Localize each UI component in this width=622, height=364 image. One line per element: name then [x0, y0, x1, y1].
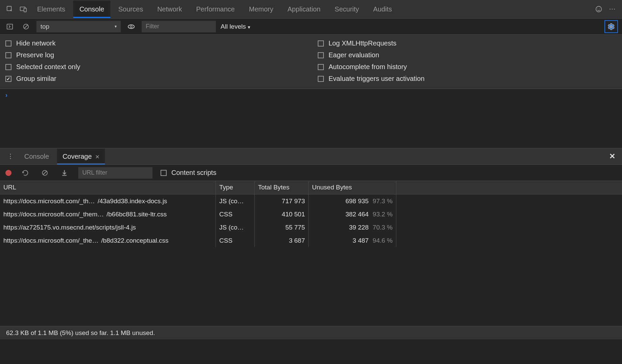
svg-point-7 [612, 9, 613, 10]
cell-unused: 3 48794.6 % [309, 234, 396, 247]
setting-log-xhr[interactable]: Log XMLHttpRequests [318, 39, 617, 47]
execution-context-selector[interactable]: top [36, 21, 121, 32]
cell-bar [396, 234, 622, 247]
col-visualization[interactable] [396, 181, 622, 194]
table-row[interactable]: https://docs.microsoft.com/_them…/b66bc8… [0, 208, 622, 221]
tab-network[interactable]: Network [151, 1, 188, 18]
feedback-smiley-icon[interactable] [593, 3, 604, 15]
cell-unused: 382 46493.2 % [309, 208, 396, 221]
tab-application[interactable]: Application [281, 1, 327, 18]
tab-memory[interactable]: Memory [243, 1, 279, 18]
record-button[interactable] [5, 170, 11, 176]
close-tab-icon[interactable]: ✕ [95, 154, 100, 160]
drawer-more-icon[interactable] [5, 151, 16, 162]
table-header: URL Type Total Bytes Unused Bytes [0, 181, 622, 194]
status-text: 62.3 KB of 1.1 MB (5%) used so far. 1.1 … [6, 329, 155, 337]
coverage-url-filter-input[interactable] [78, 167, 152, 179]
clear-coverage-icon[interactable] [39, 167, 51, 179]
coverage-status-bar: 62.3 KB of 1.1 MB (5%) used so far. 1.1 … [0, 326, 622, 339]
console-messages-area[interactable]: › [0, 89, 622, 148]
col-total-bytes[interactable]: Total Bytes [255, 181, 309, 194]
console-settings-panel: Hide network Log XMLHttpRequests Preserv… [0, 35, 622, 89]
svg-point-14 [10, 154, 11, 155]
drawer-tab-coverage[interactable]: Coverage✕ [57, 149, 105, 164]
console-filter-input[interactable] [142, 21, 216, 32]
cell-total: 717 973 [255, 194, 309, 208]
svg-point-8 [614, 9, 615, 10]
tab-performance[interactable]: Performance [190, 1, 241, 18]
devtools-main-tabs: Elements Console Sources Network Perform… [0, 0, 622, 19]
setting-label: Eager evaluation [329, 51, 379, 59]
table-row[interactable]: https://docs.microsoft.com/_the…/b8d322.… [0, 234, 622, 247]
live-expression-icon[interactable] [125, 21, 137, 32]
coverage-toolbar: Content scripts [0, 165, 622, 181]
cell-type: CSS [216, 208, 255, 221]
tab-sources[interactable]: Sources [112, 1, 149, 18]
cell-bar [396, 221, 622, 234]
toggle-console-sidebar-icon[interactable] [4, 21, 16, 32]
checkbox-label: Content scripts [171, 169, 216, 177]
drawer-tabs: Console Coverage✕ ✕ [0, 148, 622, 165]
table-body: https://docs.microsoft.com/_th…/43a9dd38… [0, 194, 622, 326]
cell-type: CSS [216, 234, 255, 247]
cell-url: https://az725175.vo.msecnd.net/scripts/j… [0, 221, 216, 234]
tab-elements[interactable]: Elements [31, 1, 71, 18]
svg-point-16 [10, 158, 11, 159]
cell-url: https://docs.microsoft.com/_the…/b8d322.… [0, 234, 216, 247]
device-toolbar-icon[interactable] [18, 3, 29, 15]
setting-label: Hide network [16, 39, 56, 47]
setting-hide-network[interactable]: Hide network [5, 39, 304, 47]
svg-point-5 [599, 8, 600, 8]
log-levels-selector[interactable]: All levels [221, 23, 251, 30]
export-icon[interactable] [59, 167, 70, 179]
col-type[interactable]: Type [216, 181, 255, 194]
setting-label: Autocomplete from history [329, 63, 407, 71]
cell-total: 55 775 [255, 221, 309, 234]
drawer-tab-console[interactable]: Console [19, 149, 54, 164]
cell-unused: 698 93597.3 % [309, 194, 396, 208]
svg-point-15 [10, 156, 11, 157]
tab-console[interactable]: Console [73, 1, 110, 18]
setting-group-similar[interactable]: Group similar [5, 75, 304, 83]
setting-label: Selected context only [16, 63, 80, 71]
setting-eager-eval[interactable]: Eager evaluation [318, 51, 617, 59]
col-url[interactable]: URL [0, 181, 216, 194]
cell-type: JS (co… [216, 221, 255, 234]
drawer-tab-label: Coverage [62, 153, 92, 160]
clear-console-icon[interactable] [20, 21, 32, 32]
table-row[interactable]: https://docs.microsoft.com/_th…/43a9dd38… [0, 194, 622, 208]
coverage-table: URL Type Total Bytes Unused Bytes https:… [0, 181, 622, 326]
console-settings-button[interactable] [604, 20, 618, 33]
setting-eval-triggers[interactable]: Evaluate triggers user activation [318, 75, 617, 83]
cell-total: 410 501 [255, 208, 309, 221]
console-toolbar: top All levels [0, 19, 622, 35]
inspect-element-icon[interactable] [4, 3, 16, 15]
setting-autocomplete[interactable]: Autocomplete from history [318, 63, 617, 71]
cell-bar [396, 208, 622, 221]
svg-point-13 [130, 26, 132, 28]
col-unused-bytes[interactable]: Unused Bytes [309, 181, 396, 194]
console-prompt-icon: › [5, 92, 7, 98]
setting-label: Preserve log [16, 51, 54, 59]
svg-point-4 [598, 8, 598, 8]
close-drawer-button[interactable]: ✕ [607, 152, 617, 161]
reload-icon[interactable] [20, 167, 31, 179]
svg-point-12 [128, 25, 134, 28]
cell-unused: 39 22870.3 % [309, 221, 396, 234]
setting-label: Evaluate triggers user activation [329, 75, 425, 83]
cell-url: https://docs.microsoft.com/_them…/b66bc8… [0, 208, 216, 221]
more-options-icon[interactable] [606, 3, 618, 15]
table-row[interactable]: https://az725175.vo.msecnd.net/scripts/j… [0, 221, 622, 234]
tab-audits[interactable]: Audits [367, 1, 398, 18]
svg-point-3 [596, 6, 602, 12]
cell-type: JS (co… [216, 194, 255, 208]
tab-security[interactable]: Security [329, 1, 365, 18]
setting-preserve-log[interactable]: Preserve log [5, 51, 304, 59]
execution-context-value: top [40, 23, 49, 30]
content-scripts-checkbox[interactable]: Content scripts [161, 169, 216, 177]
cell-total: 3 687 [255, 234, 309, 247]
svg-line-18 [43, 171, 47, 175]
svg-point-6 [610, 9, 611, 10]
setting-label: Log XMLHttpRequests [329, 39, 396, 47]
setting-selected-context[interactable]: Selected context only [5, 63, 304, 71]
